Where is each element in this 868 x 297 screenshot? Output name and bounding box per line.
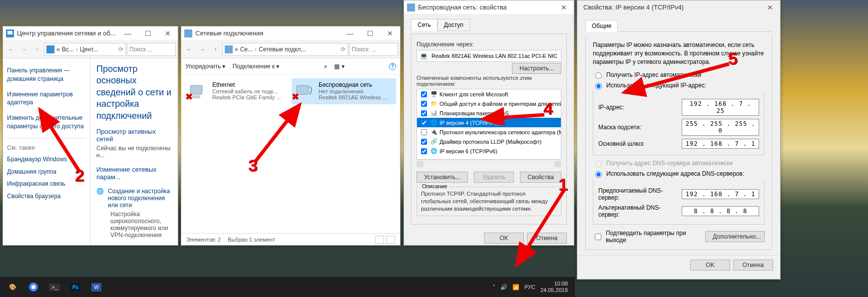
component-item[interactable]: 🖥️Клиент для сетей Microsoft xyxy=(417,89,561,99)
organize-menu[interactable]: Упорядочить ▾ xyxy=(185,63,225,70)
close-button[interactable]: ✕ xyxy=(158,27,178,40)
cancel-button[interactable]: Отмена xyxy=(733,260,773,271)
adapter-state: Сетевой кабель не подк... xyxy=(212,88,287,94)
validate-checkbox-row[interactable]: Подтвердить параметры при выходе xyxy=(593,230,699,244)
configure-button[interactable]: Настроить... xyxy=(512,63,561,74)
paint-tray-icon[interactable]: 🎨 xyxy=(3,279,22,296)
svg-rect-2 xyxy=(46,45,54,53)
chrome-icon[interactable] xyxy=(24,279,43,296)
ip-input[interactable]: 192 . 168 . 7 . 25 xyxy=(682,99,759,116)
clock[interactable]: 10:08 24.05.2019 xyxy=(540,281,572,294)
radio-auto-dns: Получить адрес DNS-сервера автоматически xyxy=(593,159,765,167)
component-checkbox[interactable] xyxy=(421,120,427,126)
view-menu[interactable]: ▦ ▾ xyxy=(334,63,344,70)
dns1-input[interactable]: 192 . 168 . 7 . 1 xyxy=(682,189,759,199)
network-tray-icon[interactable]: 📶 xyxy=(512,284,519,291)
component-label: IP версии 4 (TCP/IPv4) xyxy=(439,120,497,126)
validate-checkbox[interactable] xyxy=(595,234,601,240)
component-item[interactable]: 📊Планировщик пакетов QoS xyxy=(417,108,561,118)
tray-up-icon[interactable]: ˄ xyxy=(492,284,495,291)
breadcrumb[interactable]: « Се... › Сетевые подкл... ⟳ xyxy=(222,43,348,56)
change-adapter-settings-link[interactable]: Изменение параметров адаптера xyxy=(7,90,86,107)
window-adapter-properties: Беспроводная сеть: свойства ✕ Сеть Досту… xyxy=(404,0,574,246)
tab-general[interactable]: Общие xyxy=(585,20,618,32)
volume-icon[interactable]: 🔊 xyxy=(500,284,507,291)
control-panel-home-link[interactable]: Панель управления — домашняя страница xyxy=(7,66,86,83)
left-nav: Панель управления — домашняя страница Из… xyxy=(3,58,90,245)
radio-input[interactable] xyxy=(595,171,602,178)
component-item[interactable]: 🔌Протокол мультиплексора сетевого адапте… xyxy=(417,127,561,137)
infrared-link[interactable]: Инфракрасная связь xyxy=(7,180,86,188)
task-description: Настройка широкополосного, коммутируемог… xyxy=(110,211,172,239)
radio-input[interactable] xyxy=(595,72,602,79)
component-checkbox[interactable] xyxy=(421,101,427,107)
scrollbar[interactable] xyxy=(417,160,561,168)
adapter-wireless[interactable]: ✖ Беспроводная сеть Нет подключения Real… xyxy=(292,78,396,104)
firewall-link[interactable]: Брандмауэр Windows xyxy=(7,155,86,164)
mask-input[interactable]: 255 . 255 . 255 . 0 xyxy=(682,119,759,136)
breadcrumb-part: Сетевые подкл... xyxy=(259,46,306,53)
properties-button[interactable]: Свойства xyxy=(520,172,561,183)
gateway-label: Основной шлюз: xyxy=(598,140,682,147)
adapter-icon xyxy=(184,29,192,37)
breadcrumb[interactable]: « Вс... › Цент... ⟳ xyxy=(44,43,126,56)
component-checkbox[interactable] xyxy=(421,129,427,135)
new-connection-link[interactable]: 🌐 Создание и настройка нового подключени… xyxy=(96,188,172,209)
view-large-icon[interactable] xyxy=(386,236,395,244)
word-icon[interactable]: W xyxy=(87,279,106,296)
back-icon[interactable]: ← xyxy=(5,43,17,55)
tab-access[interactable]: Доступ xyxy=(437,19,470,31)
radio-manual-ip[interactable]: Использовать следующий IP-адрес: xyxy=(593,81,765,89)
terminal-icon[interactable]: >_ xyxy=(45,279,64,296)
dns2-input[interactable]: 8 . 8 . 8 . 8 xyxy=(682,206,759,216)
language-indicator[interactable]: РУС xyxy=(524,284,535,290)
radio-input[interactable] xyxy=(595,83,602,89)
date-text: 24.05.2019 xyxy=(540,287,568,294)
view-details-icon[interactable] xyxy=(375,236,384,244)
maximize-button[interactable]: ☐ xyxy=(138,27,158,40)
search-input[interactable]: Поиск: ... xyxy=(349,43,398,56)
nic-icon: 💻 xyxy=(420,52,428,59)
ok-button[interactable]: OK xyxy=(484,233,524,244)
component-checkbox[interactable] xyxy=(421,148,427,154)
photoshop-icon[interactable]: Ps xyxy=(66,279,85,296)
ok-button[interactable]: OK xyxy=(690,260,730,271)
install-button[interactable]: Установить... xyxy=(417,172,468,183)
advanced-button[interactable]: Дополнительно... xyxy=(705,231,765,242)
connect-to-menu[interactable]: Подключение к ▾ xyxy=(232,63,279,70)
component-checkbox[interactable] xyxy=(421,91,427,97)
change-sharing-link[interactable]: Изменить дополнительные параметры общего… xyxy=(7,114,86,131)
component-item-ipv4[interactable]: 🌐IP версии 4 (TCP/IPv4) xyxy=(417,118,561,127)
component-item[interactable]: 📁Общий доступ к файлам и принтерам для с… xyxy=(417,99,561,108)
cancel-button[interactable]: Отмена xyxy=(527,233,567,244)
up-icon[interactable]: ↑ xyxy=(209,43,221,55)
browser-props-link[interactable]: Свойства браузера xyxy=(7,192,86,201)
gateway-input[interactable]: 192 . 168 . 7 . 1 xyxy=(682,139,759,149)
maximize-button[interactable]: ☐ xyxy=(360,27,380,40)
back-icon[interactable]: ← xyxy=(183,43,195,55)
minimize-button[interactable]: — xyxy=(118,27,138,40)
protocol-icon: 🔗 xyxy=(431,138,437,145)
forward-icon[interactable]: → xyxy=(196,43,208,55)
homegroup-link[interactable]: Домашняя группа xyxy=(7,168,86,176)
adapter-ethernet[interactable]: ✖ Ethernet Сетевой кабель не подк... Rea… xyxy=(185,78,290,104)
svg-rect-4 xyxy=(225,45,233,53)
main-content: Просмотр основных сведений о сети и наст… xyxy=(90,58,178,245)
more-menu[interactable]: » xyxy=(324,63,328,70)
component-list[interactable]: 🖥️Клиент для сетей Microsoft 📁Общий дост… xyxy=(417,89,561,160)
component-checkbox[interactable] xyxy=(421,110,427,116)
help-icon[interactable]: ? xyxy=(389,63,396,70)
close-button[interactable]: ✕ xyxy=(760,1,780,14)
radio-auto-ip[interactable]: Получить IP-адрес автоматически xyxy=(593,71,765,79)
component-item[interactable]: 🔗Драйвер протокола LLDP (Майкрософт) xyxy=(417,137,561,146)
forward-icon[interactable]: → xyxy=(18,43,30,55)
component-checkbox[interactable] xyxy=(421,139,427,145)
search-input[interactable]: Поиск ... xyxy=(127,43,176,56)
tab-network[interactable]: Сеть xyxy=(411,19,437,31)
close-button[interactable]: ✕ xyxy=(554,1,574,14)
minimize-button[interactable]: — xyxy=(340,27,360,40)
component-item[interactable]: 🌐IP версии 6 (TCP/IPv6) xyxy=(417,146,561,156)
radio-manual-dns[interactable]: Использовать следующие адреса DNS-сервер… xyxy=(593,170,765,178)
close-button[interactable]: ✕ xyxy=(380,27,400,40)
up-icon[interactable]: ↑ xyxy=(31,43,43,55)
